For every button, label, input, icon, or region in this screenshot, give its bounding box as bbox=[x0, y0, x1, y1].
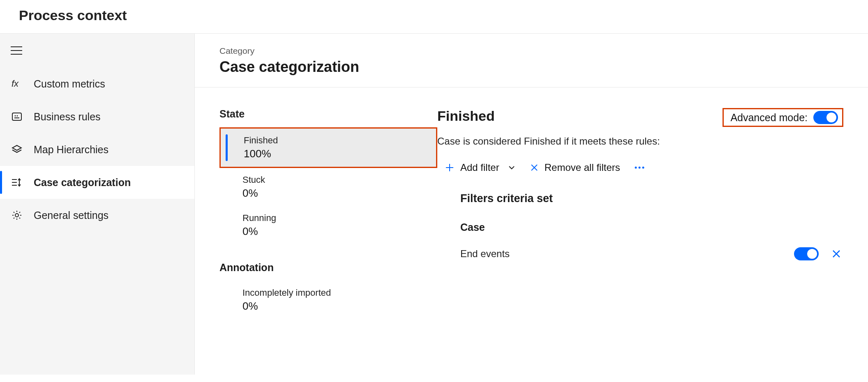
rule-description: Case is considered Finished if it meets … bbox=[437, 136, 843, 147]
svg-point-20 bbox=[642, 167, 644, 169]
x-icon bbox=[530, 163, 539, 172]
more-actions-button[interactable] bbox=[634, 166, 645, 169]
sidebar-item-label: General settings bbox=[34, 209, 108, 221]
svg-rect-7 bbox=[14, 117, 19, 118]
sidebar-item-custom-metrics[interactable]: fx Custom metrics bbox=[0, 67, 194, 100]
remove-all-filters-button[interactable]: Remove all filters bbox=[530, 162, 620, 173]
filter-row-label: End events bbox=[460, 248, 510, 260]
chevron-down-icon bbox=[508, 163, 516, 172]
filter-row-actions bbox=[794, 247, 842, 260]
state-panel: State Finished 100% Stuck 0% Running 0% … bbox=[219, 108, 437, 319]
sidebar-item-label: Map Hierarchies bbox=[34, 144, 108, 156]
svg-point-13 bbox=[15, 214, 18, 217]
svg-marker-8 bbox=[12, 145, 21, 150]
category-title: Case categorization bbox=[219, 58, 843, 76]
filter-row-end-events[interactable]: End events bbox=[437, 247, 843, 260]
sidebar-item-label: Business rules bbox=[34, 111, 101, 123]
content-area: Category Case categorization State Finis… bbox=[195, 34, 868, 375]
fx-icon: fx bbox=[11, 78, 23, 90]
state-item-finished[interactable]: Finished 100% bbox=[219, 127, 437, 168]
annotation-item-label: Incompletely imported bbox=[242, 288, 429, 298]
svg-point-18 bbox=[635, 167, 637, 169]
panels: State Finished 100% Stuck 0% Running 0% … bbox=[219, 108, 843, 319]
advanced-mode-toggle[interactable] bbox=[813, 111, 838, 124]
filter-toolbar: Add filter Remove all filters bbox=[437, 162, 843, 173]
state-item-label: Stuck bbox=[242, 175, 429, 185]
annotation-heading: Annotation bbox=[219, 262, 437, 274]
annotation-item-value: 0% bbox=[242, 300, 429, 313]
advanced-mode-box: Advanced mode: bbox=[723, 108, 843, 127]
state-item-running[interactable]: Running 0% bbox=[219, 206, 437, 244]
filters-criteria-heading: Filters criteria set bbox=[460, 192, 843, 205]
advanced-mode-label: Advanced mode: bbox=[730, 112, 808, 124]
sidebar-item-case-categorization[interactable]: Case categorization bbox=[0, 166, 194, 199]
sidebar-item-label: Custom metrics bbox=[34, 78, 105, 90]
remove-all-label: Remove all filters bbox=[545, 162, 620, 173]
case-heading: Case bbox=[460, 221, 843, 233]
plus-icon bbox=[445, 163, 455, 173]
svg-rect-4 bbox=[12, 113, 21, 120]
state-heading: State bbox=[219, 108, 437, 120]
state-item-value: 0% bbox=[242, 225, 429, 238]
detail-panel: Finished Advanced mode: Case is consider… bbox=[437, 108, 843, 319]
hamburger-button[interactable] bbox=[0, 42, 194, 67]
more-icon bbox=[634, 166, 645, 169]
sidebar-item-business-rules[interactable]: Business rules bbox=[0, 100, 194, 133]
sidebar-item-general-settings[interactable]: General settings bbox=[0, 199, 194, 232]
categorization-icon bbox=[11, 176, 23, 189]
state-item-value: 0% bbox=[242, 187, 429, 200]
page-title: Process context bbox=[19, 7, 868, 23]
state-item-label: Running bbox=[242, 213, 429, 223]
svg-text:fx: fx bbox=[12, 78, 19, 89]
svg-point-19 bbox=[638, 167, 640, 169]
detail-title: Finished bbox=[437, 108, 495, 124]
filter-row-remove-button[interactable] bbox=[831, 249, 842, 259]
state-item-label: Finished bbox=[244, 135, 428, 146]
state-item-stuck[interactable]: Stuck 0% bbox=[219, 168, 437, 206]
sidebar-item-label: Case categorization bbox=[34, 177, 131, 189]
annotation-item-incomplete[interactable]: Incompletely imported 0% bbox=[219, 281, 437, 319]
add-filter-label: Add filter bbox=[460, 162, 499, 173]
divider bbox=[195, 87, 868, 87]
hamburger-icon bbox=[11, 46, 22, 55]
svg-point-6 bbox=[17, 115, 18, 117]
main-row: fx Custom metrics Business rules Map Hie… bbox=[0, 34, 868, 375]
add-filter-button[interactable]: Add filter bbox=[445, 162, 516, 173]
sidebar-item-map-hierarchies[interactable]: Map Hierarchies bbox=[0, 133, 194, 166]
filter-row-toggle[interactable] bbox=[794, 247, 819, 260]
category-eyebrow: Category bbox=[219, 46, 843, 56]
page-header: Process context bbox=[0, 0, 868, 34]
sidebar: fx Custom metrics Business rules Map Hie… bbox=[0, 34, 195, 375]
svg-point-5 bbox=[15, 115, 16, 117]
gear-icon bbox=[11, 209, 23, 221]
state-item-value: 100% bbox=[244, 147, 428, 160]
x-icon bbox=[831, 249, 842, 259]
rules-icon bbox=[11, 110, 23, 123]
layers-icon bbox=[11, 143, 23, 156]
